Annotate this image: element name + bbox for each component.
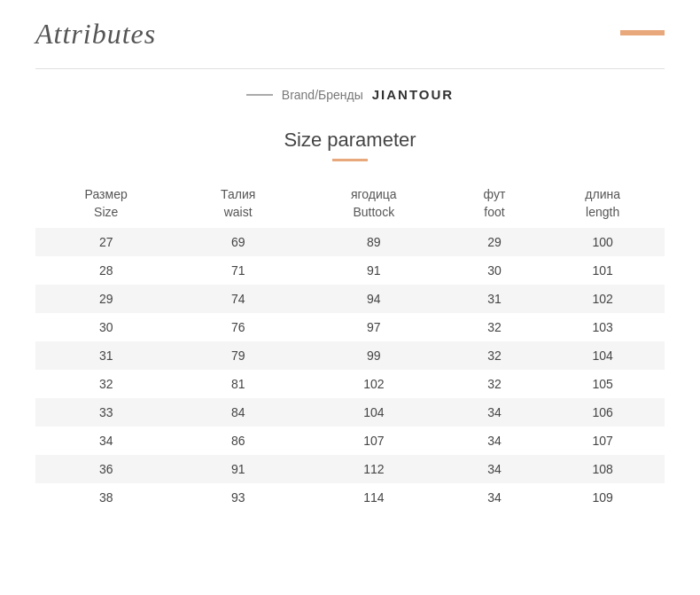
cell-foot: 32	[448, 313, 541, 341]
cell-size: 32	[35, 370, 176, 398]
table-row: 328110232105	[35, 370, 665, 398]
divider-line	[35, 68, 665, 69]
col-header-size: Размер Size	[35, 179, 176, 228]
cell-waist: 74	[176, 285, 299, 313]
cell-waist: 86	[176, 427, 299, 455]
page-container: Attributes Brand/Бренды JIANTOUR Size pa…	[0, 0, 700, 595]
col-header-length: длина length	[541, 179, 665, 228]
cell-buttock: 112	[299, 455, 448, 483]
cell-size: 31	[35, 341, 176, 370]
cell-length: 107	[541, 427, 665, 455]
cell-foot: 30	[448, 256, 541, 285]
col-header-foot: фут foot	[448, 179, 541, 228]
table-row: 27698929100	[35, 228, 665, 256]
cell-foot: 34	[448, 398, 541, 427]
table-row: 30769732103	[35, 313, 665, 341]
cell-buttock: 102	[299, 370, 448, 398]
cell-size: 34	[35, 427, 176, 455]
cell-foot: 32	[448, 370, 541, 398]
brand-label: Brand/Бренды	[282, 88, 363, 102]
cell-size: 36	[35, 455, 176, 483]
brand-name: JIANTOUR	[372, 87, 454, 102]
cell-length: 100	[541, 228, 665, 256]
cell-buttock: 114	[299, 483, 448, 512]
cell-length: 102	[541, 285, 665, 313]
cell-buttock: 89	[299, 228, 448, 256]
cell-foot: 34	[448, 427, 541, 455]
cell-waist: 79	[176, 341, 299, 370]
cell-waist: 76	[176, 313, 299, 341]
cell-buttock: 91	[299, 256, 448, 285]
cell-length: 105	[541, 370, 665, 398]
brand-row: Brand/Бренды JIANTOUR	[35, 87, 665, 102]
cell-foot: 34	[448, 455, 541, 483]
cell-foot: 32	[448, 341, 541, 370]
table-row: 369111234108	[35, 455, 665, 483]
cell-size: 33	[35, 398, 176, 427]
cell-buttock: 97	[299, 313, 448, 341]
cell-length: 104	[541, 341, 665, 370]
cell-foot: 34	[448, 483, 541, 512]
cell-waist: 71	[176, 256, 299, 285]
cell-size: 38	[35, 483, 176, 512]
size-param-title: Size parameter	[35, 129, 665, 152]
cell-buttock: 99	[299, 341, 448, 370]
cell-buttock: 104	[299, 398, 448, 427]
table-row: 348610734107	[35, 427, 665, 455]
brand-dash	[246, 94, 273, 96]
table-row: 29749431102	[35, 285, 665, 313]
cell-length: 108	[541, 455, 665, 483]
cell-length: 101	[541, 256, 665, 285]
cell-buttock: 94	[299, 285, 448, 313]
cell-length: 103	[541, 313, 665, 341]
cell-foot: 31	[448, 285, 541, 313]
cell-waist: 81	[176, 370, 299, 398]
cell-foot: 29	[448, 228, 541, 256]
orange-accent-bar	[620, 30, 665, 35]
underline-accent	[332, 159, 368, 161]
cell-size: 30	[35, 313, 176, 341]
page-title: Attributes	[35, 18, 156, 51]
table-row: 338410434106	[35, 398, 665, 427]
header-row: Attributes	[35, 18, 665, 51]
cell-buttock: 107	[299, 427, 448, 455]
cell-waist: 91	[176, 455, 299, 483]
cell-size: 27	[35, 228, 176, 256]
table-header-row: Размер Size Талия waist ягодица Buttock …	[35, 179, 665, 228]
col-header-waist: Талия waist	[176, 179, 299, 228]
cell-waist: 84	[176, 398, 299, 427]
cell-waist: 93	[176, 483, 299, 512]
col-header-buttock: ягодица Buttock	[299, 179, 448, 228]
table-row: 28719130101	[35, 256, 665, 285]
size-table: Размер Size Талия waist ягодица Buttock …	[35, 179, 665, 512]
table-row: 389311434109	[35, 483, 665, 512]
cell-length: 106	[541, 398, 665, 427]
cell-length: 109	[541, 483, 665, 512]
cell-waist: 69	[176, 228, 299, 256]
cell-size: 28	[35, 256, 176, 285]
cell-size: 29	[35, 285, 176, 313]
table-row: 31799932104	[35, 341, 665, 370]
